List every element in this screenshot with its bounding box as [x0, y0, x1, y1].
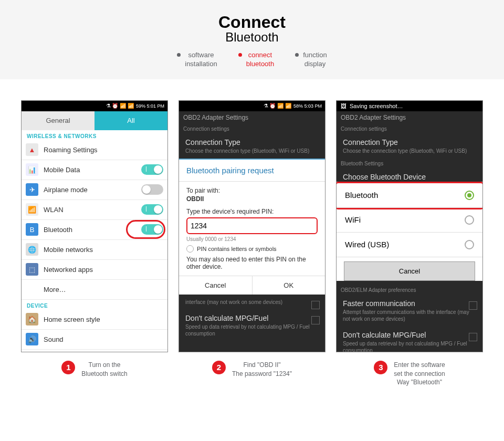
- radio-icon: [465, 215, 474, 225]
- item-sound[interactable]: 🔊Sound: [22, 330, 167, 350]
- dot-icon: [295, 53, 299, 57]
- item-networked-apps[interactable]: ⬚Networked apps: [22, 260, 167, 280]
- connection-type-card[interactable]: Connection TypeChoose the connection typ…: [337, 134, 482, 159]
- image-icon: 🖼: [341, 103, 346, 109]
- bluetooth-settings-label: Bluetooth Settings: [337, 159, 482, 169]
- faster-card[interactable]: Faster communicationAttempt faster commu…: [337, 295, 482, 327]
- checkbox-icon[interactable]: [469, 333, 477, 341]
- section-device: DEVICE: [22, 300, 167, 310]
- step-badge: 2: [212, 361, 226, 374]
- device-name: OBDII: [186, 195, 318, 203]
- phone-1: ⚗ ⏰ 📶 📶59% 5:01 PM General All WIRELESS …: [21, 100, 168, 352]
- nav-software[interactable]: softwareinstallation: [177, 51, 217, 69]
- step-badge: 3: [374, 361, 387, 374]
- radio-icon: [465, 240, 474, 249]
- cancel-button[interactable]: Cancel: [344, 261, 475, 281]
- item-home-style[interactable]: 🏠Home screen style: [22, 310, 167, 330]
- screen-title: OBD2 Adapter Settings: [337, 111, 482, 124]
- item-mobile-data[interactable]: 📊Mobile Data: [22, 160, 167, 180]
- caption-2: 2Find "OBD II"The password "1234": [178, 358, 326, 387]
- option-wifi[interactable]: WiFi: [337, 208, 482, 233]
- toggle-icon[interactable]: [141, 164, 163, 175]
- section-label: Connection settings: [179, 124, 325, 134]
- letters-checkbox[interactable]: PIN contains letters or symbols: [186, 245, 318, 253]
- tabs: General All: [22, 111, 167, 130]
- mpg-card[interactable]: Don't calculate MPG/FuelSpeed up data re…: [179, 310, 325, 341]
- section-wireless: WIRELESS & NETWORKS: [22, 130, 167, 140]
- item-mobile-networks[interactable]: 🌐Mobile networks: [22, 240, 167, 260]
- phone-3: 🖼Saving screenshot… OBD2 Adapter Setting…: [336, 100, 483, 352]
- option-wired[interactable]: Wired (USB): [337, 233, 482, 257]
- dot-icon: [238, 53, 242, 57]
- nav-connect[interactable]: connectbluetooth: [238, 51, 275, 69]
- checkbox-icon[interactable]: [311, 301, 320, 309]
- mpg-card[interactable]: Don't calculate MPG/FuelSpeed up data re…: [337, 327, 482, 352]
- checkbox-icon[interactable]: [311, 316, 320, 324]
- pin-prompt: Type the device's required PIN:: [186, 208, 318, 215]
- choose-device-card[interactable]: Choose Bluetooth Device: [337, 169, 482, 183]
- pair-label: To pair with:: [186, 187, 318, 194]
- device-list: Bluetooth WiFi Wired (USB) Cancel: [337, 182, 482, 281]
- dot-icon: [177, 53, 181, 57]
- status-bar: ⚗ ⏰ 📶 📶59% 5:01 PM: [22, 101, 167, 111]
- section-label: Connection settings: [337, 124, 482, 134]
- tab-general[interactable]: General: [22, 111, 94, 130]
- tab-all[interactable]: All: [94, 111, 167, 130]
- pin-input[interactable]: [186, 217, 318, 234]
- header: Connect Bluetooth softwareinstallation c…: [0, 0, 504, 79]
- pin-note: You may also need to enter this PIN on t…: [186, 256, 318, 270]
- item-roaming[interactable]: ▲Roaming Settings: [22, 140, 167, 160]
- option-bluetooth[interactable]: Bluetooth: [337, 183, 482, 208]
- screen-title: OBD2 Adapter Settings: [179, 111, 325, 124]
- highlight-circle: [126, 220, 165, 239]
- saving-banner: 🖼Saving screenshot…: [337, 101, 482, 111]
- cancel-button[interactable]: Cancel: [179, 276, 253, 295]
- page-subtitle: Bluetooth: [0, 30, 504, 45]
- status-bar: ⚗ ⏰ 📶 📶58% 5:03 PM: [179, 101, 325, 111]
- radio-icon: [465, 191, 474, 200]
- captions-row: 1Turn on theBluetooth switch 2Find "OBD …: [0, 352, 504, 392]
- faster-card[interactable]: interface (may not work on some devices): [179, 295, 325, 310]
- item-more[interactable]: More…: [22, 280, 167, 300]
- pairing-dialog: Bluetooth pairing request To pair with: …: [179, 159, 325, 295]
- page-title: Connect: [0, 13, 504, 32]
- caption-3: 3Enter the softwareset the connectionWay…: [336, 358, 483, 387]
- connection-type-card[interactable]: Connection TypeChoose the connection typ…: [179, 134, 325, 159]
- phone-2: ⚗ ⏰ 📶 📶58% 5:03 PM OBD2 Adapter Settings…: [178, 100, 326, 352]
- nav-tabs: softwareinstallation connectbluetooth fu…: [0, 51, 504, 69]
- adapter-pref-label: OBD2/ELM Adapter preferences: [337, 285, 482, 295]
- checkbox-icon[interactable]: [469, 301, 477, 310]
- item-airplane[interactable]: ✈Airplane mode: [22, 180, 167, 200]
- dialog-title: Bluetooth pairing request: [179, 160, 325, 182]
- item-display[interactable]: Display: [22, 350, 167, 352]
- nav-function[interactable]: functiondisplay: [295, 51, 327, 69]
- toggle-icon[interactable]: [141, 204, 163, 215]
- checkbox-icon: [186, 245, 194, 253]
- item-bluetooth[interactable]: BBluetooth: [22, 220, 167, 240]
- toggle-icon[interactable]: [141, 184, 163, 195]
- ok-button[interactable]: OK: [253, 276, 326, 295]
- pin-hint: Usually 0000 or 1234: [186, 236, 318, 242]
- item-wlan[interactable]: 📶WLAN: [22, 200, 167, 220]
- caption-1: 1Turn on theBluetooth switch: [21, 358, 168, 387]
- step-badge: 1: [61, 361, 75, 374]
- phones-row: ⚗ ⏰ 📶 📶59% 5:01 PM General All WIRELESS …: [0, 79, 504, 352]
